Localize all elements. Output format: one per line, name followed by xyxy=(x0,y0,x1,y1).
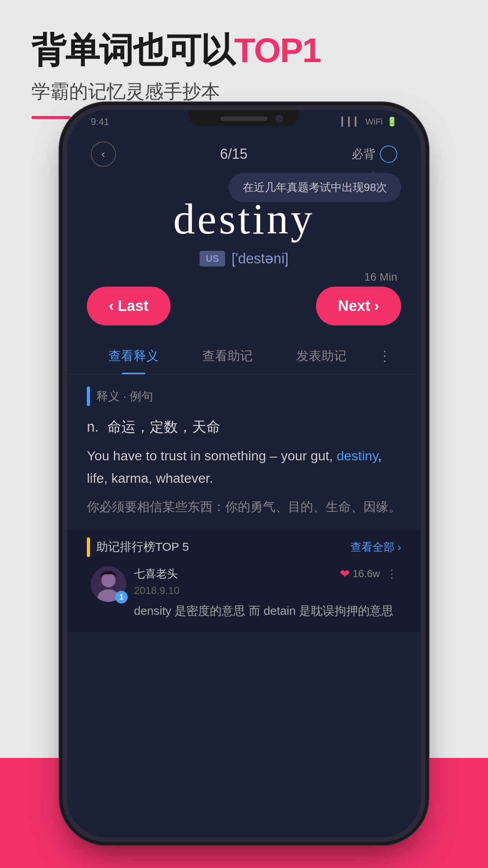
comment-date: 2018.9.10 xyxy=(134,585,397,597)
example-sentence-zh: 你必须要相信某些东西：你的勇气、目的、生命、因缘。 xyxy=(87,496,401,517)
tab-bar: 查看释义 查看助记 发表助记 ⋮ xyxy=(67,329,421,375)
phone-screen: 9:41 ▎▎▎ WiFi 🔋 ‹ 6/15 必背 xyxy=(67,110,421,837)
commenter-name: 七喜老头 xyxy=(134,566,178,581)
comment-text: density 是密度的意思 而 detain 是耽误拘押的意思 xyxy=(134,601,397,620)
view-all-label: 查看全部 xyxy=(350,540,394,555)
next-label: Next xyxy=(338,298,370,314)
svg-point-1 xyxy=(101,573,116,587)
last-label: Last xyxy=(118,298,149,314)
like-count-text: 16.6w xyxy=(353,568,380,580)
view-all-button[interactable]: 查看全部 › xyxy=(350,540,401,555)
definition-section: 释义 · 例句 n. 命运，定数，天命 You have to trust in… xyxy=(67,375,421,530)
header-underline xyxy=(31,116,71,119)
time-indicator: 16 Min xyxy=(364,271,397,283)
comment-right: ❤ 16.6w ⋮ xyxy=(340,567,397,581)
wifi-icon: WiFi xyxy=(365,117,383,127)
section-bar-blue xyxy=(87,386,90,406)
avatar-container: 1 xyxy=(91,566,126,602)
tooltip-text: 在近几年真题考试中出现98次 xyxy=(243,181,387,193)
top-nav: ‹ 6/15 必背 在近几年真题考试中出现98次 xyxy=(67,134,421,171)
tooltip-bubble: 在近几年真题考试中出现98次 xyxy=(229,173,401,202)
header-title-part1: 背单词也可以 xyxy=(31,31,234,70)
mnemonic-header: 助记排行榜TOP 5 查看全部 › xyxy=(87,537,401,557)
must-learn-circle xyxy=(380,145,397,163)
like-count: ❤ 16.6w xyxy=(340,567,380,581)
side-button-vol-down xyxy=(59,330,65,377)
notch xyxy=(189,110,299,126)
side-button-vol-up xyxy=(59,267,65,314)
header-area: 背单词也可以TOP1 学霸的记忆灵感手抄本 xyxy=(31,31,321,119)
phone-frame: 9:41 ▎▎▎ WiFi 🔋 ‹ 6/15 必背 xyxy=(67,110,421,837)
must-learn-toggle[interactable]: 必背 xyxy=(352,145,397,163)
phone-wrapper: 9:41 ▎▎▎ WiFi 🔋 ‹ 6/15 必背 xyxy=(67,110,421,857)
next-button[interactable]: Next › xyxy=(316,287,401,326)
signal-icon: ▎▎▎ xyxy=(341,117,361,127)
mnemonic-section: 助记排行榜TOP 5 查看全部 › xyxy=(67,530,421,632)
last-button[interactable]: ‹ Last xyxy=(87,287,171,326)
comment-meta: 七喜老头 ❤ 16.6w ⋮ xyxy=(134,566,397,581)
tab-mnemonic-post-label: 发表助记 xyxy=(296,349,347,363)
tab-mnemonic-view[interactable]: 查看助记 xyxy=(181,341,275,374)
speaker xyxy=(220,116,268,121)
status-icons: ▎▎▎ WiFi 🔋 xyxy=(341,117,397,127)
tab-more-button[interactable]: ⋮ xyxy=(368,342,401,374)
tab-mnemonic-post[interactable]: 发表助记 xyxy=(274,341,368,374)
tab-definition-label: 查看释义 xyxy=(108,349,159,363)
side-button-mute xyxy=(59,220,65,252)
battery-icon: 🔋 xyxy=(387,117,397,127)
tab-definition[interactable]: 查看释义 xyxy=(87,341,181,374)
mnemonic-title-row: 助记排行榜TOP 5 xyxy=(87,537,189,557)
view-all-chevron-icon: › xyxy=(398,541,401,554)
phonetic-text: ['destəni] xyxy=(231,250,288,267)
back-chevron-icon: ‹ xyxy=(101,148,105,160)
next-chevron-icon: › xyxy=(374,298,379,314)
header-subtitle: 学霸的记忆灵感手抄本 xyxy=(31,79,321,104)
comment-more-button[interactable]: ⋮ xyxy=(386,567,397,580)
definition-meanings: 命运，定数，天命 xyxy=(107,419,220,435)
pronunciation-row: US ['destəni] xyxy=(91,250,397,267)
section-label-row: 释义 · 例句 xyxy=(87,386,401,406)
progress-indicator: 6/15 xyxy=(220,146,248,162)
status-time: 9:41 xyxy=(91,116,109,127)
rank-badge: 1 xyxy=(115,591,128,603)
back-button[interactable]: ‹ xyxy=(91,142,116,167)
section-title-text: 释义 · 例句 xyxy=(96,388,153,405)
side-button-power xyxy=(423,275,429,338)
heart-icon: ❤ xyxy=(340,567,350,581)
camera-dot xyxy=(275,115,283,123)
comment-row: 1 七喜老头 ❤ 16.6w ⋮ xyxy=(87,566,401,620)
tab-mnemonic-view-label: 查看助记 xyxy=(202,349,253,363)
header-title-highlight: TOP1 xyxy=(234,31,321,70)
comment-content: 七喜老头 ❤ 16.6w ⋮ 2018.9.10 density 是密度的意思 … xyxy=(134,566,397,620)
example-word-highlight: destiny xyxy=(337,448,378,463)
definition-text: n. 命运，定数，天命 xyxy=(87,416,401,438)
header-title: 背单词也可以TOP1 xyxy=(31,31,321,70)
must-learn-label: 必背 xyxy=(352,146,375,162)
navigation-buttons: 16 Min ‹ Last Next › xyxy=(67,275,421,329)
us-badge: US xyxy=(200,251,225,267)
last-chevron-icon: ‹ xyxy=(109,298,114,314)
mnemonic-title-text: 助记排行榜TOP 5 xyxy=(96,539,189,555)
example-sentence-en: You have to trust in something – your gu… xyxy=(87,445,401,490)
part-of-speech: n. xyxy=(87,419,99,435)
yellow-bar xyxy=(87,537,90,557)
